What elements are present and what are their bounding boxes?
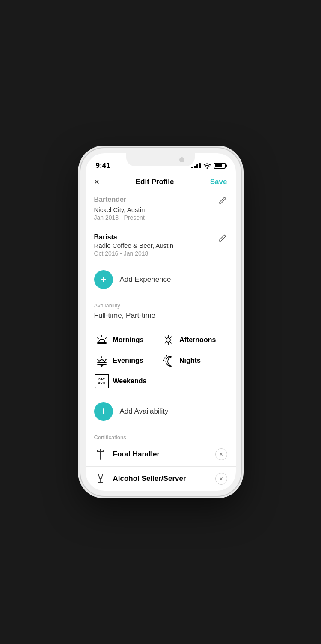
afternoons-icon — [160, 332, 176, 348]
battery-icon — [214, 163, 226, 169]
alcohol-seller-remove-button[interactable]: × — [215, 473, 227, 485]
weekends-label: Weekends — [113, 377, 147, 385]
barista-title: Barista — [94, 233, 174, 241]
experience-barista: Barista Radio Coffee & Beer, Austin Oct … — [86, 227, 236, 263]
content-scroll: Bartender Nickel City, Austin Jan 2018 -… — [86, 192, 236, 489]
svg-line-11 — [170, 342, 171, 343]
phone-screen: 9:41 — [86, 153, 236, 491]
experience-bartender: Bartender Nickel City, Austin Jan 2018 -… — [86, 192, 236, 227]
bartender-title: Bartender — [94, 196, 127, 203]
availability-section-label: Availability — [86, 296, 236, 310]
bartender-edit-icon[interactable] — [218, 196, 227, 205]
svg-line-12 — [170, 337, 171, 338]
afternoons-label: Afternoons — [179, 336, 216, 344]
bartender-dates: Jan 2018 - Present — [94, 214, 227, 221]
nights-label: Nights — [179, 357, 201, 364]
svg-point-22 — [163, 360, 164, 361]
certification-food-handler: Food Handler × — [86, 442, 236, 467]
page-title: Edit Profile — [136, 178, 174, 186]
notch — [126, 153, 195, 166]
save-button[interactable]: Save — [210, 178, 227, 186]
alcohol-seller-label: Alcohol Seller/Server — [113, 474, 186, 483]
food-handler-remove-button[interactable]: × — [215, 448, 227, 460]
camera — [179, 157, 184, 162]
availability-value: Full-time, Part-time — [86, 310, 236, 326]
alcohol-icon — [94, 473, 107, 485]
add-availability-row[interactable]: + Add Availability — [86, 395, 236, 428]
weekends-icon: SAT SUN — [94, 373, 110, 389]
availability-nights: Nights — [160, 353, 227, 368]
nights-icon — [160, 353, 176, 368]
availability-row-3: SAT SUN Weekends — [94, 373, 227, 389]
evenings-icon — [94, 353, 110, 368]
svg-line-1 — [98, 338, 98, 339]
barista-location: Radio Coffee & Beer, Austin — [94, 242, 174, 249]
status-icons — [191, 163, 226, 169]
certification-alcohol-seller: Alcohol Seller/Server × — [86, 467, 236, 489]
availability-evenings: Evenings — [94, 353, 161, 368]
svg-line-16 — [105, 359, 106, 360]
svg-line-13 — [165, 342, 166, 343]
add-experience-label: Add Experience — [120, 275, 171, 284]
availability-afternoons: Afternoons — [160, 332, 227, 348]
svg-point-5 — [166, 338, 170, 342]
add-availability-label: Add Availability — [120, 407, 169, 416]
svg-point-21 — [166, 355, 167, 357]
availability-weekends: SAT SUN Weekends — [94, 373, 227, 389]
food-handler-label: Food Handler — [113, 450, 160, 459]
availability-row-1: Mornings — [94, 332, 227, 348]
add-experience-button[interactable]: + — [94, 270, 113, 289]
availability-mornings: Mornings — [94, 332, 161, 348]
nav-bar: × Edit Profile Save — [86, 172, 236, 192]
phone-shell: 9:41 — [80, 148, 241, 496]
barista-edit-icon[interactable] — [218, 233, 227, 243]
barista-dates: Oct 2016 - Jan 2018 — [94, 250, 174, 257]
certifications-section-label: Certifications — [86, 428, 236, 442]
signal-icon — [191, 163, 201, 168]
evenings-label: Evenings — [113, 357, 143, 364]
food-handler-icon — [94, 448, 107, 460]
svg-line-10 — [165, 337, 166, 338]
bartender-location: Nickel City, Austin — [94, 206, 227, 213]
availability-row-2: Evenings — [94, 353, 227, 368]
mornings-label: Mornings — [113, 336, 144, 344]
wifi-icon — [203, 163, 211, 169]
svg-line-2 — [105, 338, 106, 339]
add-availability-button[interactable]: + — [94, 402, 113, 421]
status-time: 9:41 — [96, 161, 110, 170]
mornings-icon — [94, 332, 110, 348]
add-experience-row[interactable]: + Add Experience — [86, 263, 236, 296]
availability-grid: Mornings — [86, 326, 236, 395]
close-button[interactable]: × — [94, 176, 100, 188]
svg-line-15 — [98, 359, 98, 360]
